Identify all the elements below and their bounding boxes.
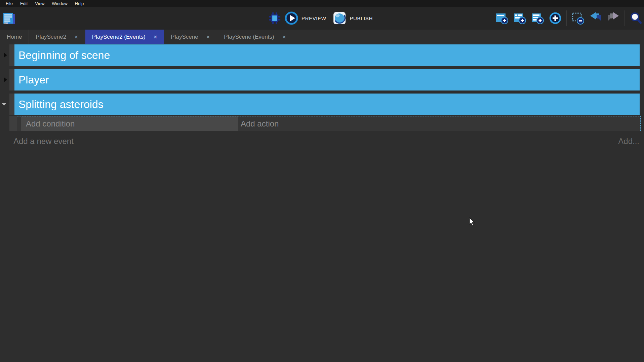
add-event-button[interactable] — [495, 11, 509, 25]
play-icon — [285, 11, 298, 25]
publish-label: PUBLISH — [350, 15, 373, 21]
event-drag-handle[interactable] — [9, 69, 14, 90]
gdevelop-logo-icon — [3, 12, 16, 26]
menu-window[interactable]: Window — [48, 0, 71, 7]
globe-icon — [333, 11, 347, 25]
tab-playscene2-events[interactable]: PlayScene2 (Events) ✕ — [85, 30, 164, 44]
tab-close-icon[interactable]: ✕ — [154, 34, 158, 40]
publish-button[interactable]: PUBLISH — [330, 11, 376, 25]
event-gutter — [0, 69, 9, 90]
gdevelop-home-button[interactable] — [3, 12, 16, 26]
add-circle-icon — [549, 12, 562, 25]
toolbar-separator — [625, 10, 625, 26]
toolbar-right-group — [495, 7, 643, 30]
add-comment-icon — [531, 12, 544, 25]
menu-view[interactable]: View — [31, 0, 48, 7]
add-subevent-icon — [513, 12, 526, 25]
choose-add-event-button[interactable] — [549, 11, 562, 25]
event-group-bar[interactable]: Beginning of scene — [14, 44, 640, 66]
add-new-event-button[interactable]: Add a new event — [13, 137, 74, 146]
tab-label: Home — [7, 34, 22, 40]
tab-playscene[interactable]: PlayScene ✕ — [164, 30, 217, 44]
undo-icon — [589, 12, 602, 25]
search-events-button[interactable] — [629, 11, 643, 25]
event-group-title: Beginning of scene — [18, 49, 110, 62]
add-condition-label: Add condition — [26, 119, 75, 129]
event-group-title: Splitting asteroids — [18, 98, 104, 111]
tab-close-icon[interactable]: ✕ — [282, 34, 286, 40]
events-footer: Add a new event Add... — [0, 135, 644, 147]
selected-empty-event[interactable]: Add condition Add action — [17, 116, 641, 131]
tab-label: PlayScene — [171, 34, 198, 40]
tab-close-icon[interactable]: ✕ — [206, 34, 210, 40]
tab-home[interactable]: Home — [0, 30, 29, 44]
expand-arrow-icon[interactable] — [4, 77, 7, 82]
add-condition-button[interactable]: Add condition — [21, 116, 238, 131]
menu-help[interactable]: Help — [71, 0, 88, 7]
tab-label: PlayScene (Events) — [224, 34, 274, 40]
tab-bar: Home PlayScene2 ✕ PlayScene2 (Events) ✕ … — [0, 30, 644, 44]
menu-file[interactable]: File — [2, 0, 16, 7]
event-gutter — [0, 44, 9, 66]
event-group-row: Player — [0, 69, 644, 90]
toolbar-center-group: PREVIEW PUBLISH — [268, 7, 376, 30]
add-event-icon — [495, 12, 508, 25]
expand-arrow-icon[interactable] — [4, 53, 7, 58]
debug-button[interactable] — [268, 11, 281, 25]
undo-button[interactable] — [589, 11, 602, 25]
tab-close-icon[interactable]: ✕ — [74, 34, 78, 40]
add-comment-button[interactable] — [531, 11, 544, 25]
event-group-row: Splitting asteroids — [0, 94, 644, 115]
toolbar-separator — [566, 10, 567, 26]
event-group-bar[interactable]: Splitting asteroids — [14, 94, 640, 115]
menu-edit[interactable]: Edit — [16, 0, 31, 7]
search-icon — [629, 11, 643, 25]
redo-button[interactable] — [607, 11, 620, 25]
event-group-row: Beginning of scene — [0, 44, 644, 66]
empty-event-row: Add condition Add action — [9, 116, 644, 131]
preview-button[interactable]: PREVIEW — [281, 11, 329, 25]
event-drag-handle[interactable] — [9, 44, 14, 66]
debug-chip-icon — [268, 12, 281, 25]
redo-icon — [607, 12, 620, 25]
main-toolbar: PREVIEW PUBLISH — [0, 7, 644, 30]
tab-label: PlayScene2 (Events) — [92, 34, 146, 40]
collapse-arrow-icon[interactable] — [2, 103, 6, 106]
add-action-label: Add action — [241, 119, 279, 129]
delete-selection-button[interactable] — [571, 11, 585, 25]
menu-bar: File Edit View Window Help — [0, 0, 644, 7]
event-drag-handle[interactable] — [9, 116, 17, 131]
event-gutter — [0, 94, 9, 115]
remove-selection-icon — [571, 12, 584, 25]
event-group-bar[interactable]: Player — [14, 69, 640, 90]
preview-label: PREVIEW — [301, 15, 326, 21]
event-group-title: Player — [18, 74, 49, 86]
tab-label: PlayScene2 — [36, 34, 66, 40]
add-subevent-button[interactable] — [513, 11, 526, 25]
event-drag-handle[interactable] — [9, 94, 14, 115]
events-sheet: Beginning of scene Player Splitting aste… — [0, 44, 644, 147]
add-action-button[interactable]: Add action — [238, 116, 640, 131]
tab-playscene-events[interactable]: PlayScene (Events) ✕ — [217, 30, 293, 44]
add-more-button[interactable]: Add... — [618, 137, 639, 146]
tab-playscene2[interactable]: PlayScene2 ✕ — [29, 30, 85, 44]
mouse-cursor — [469, 217, 475, 226]
